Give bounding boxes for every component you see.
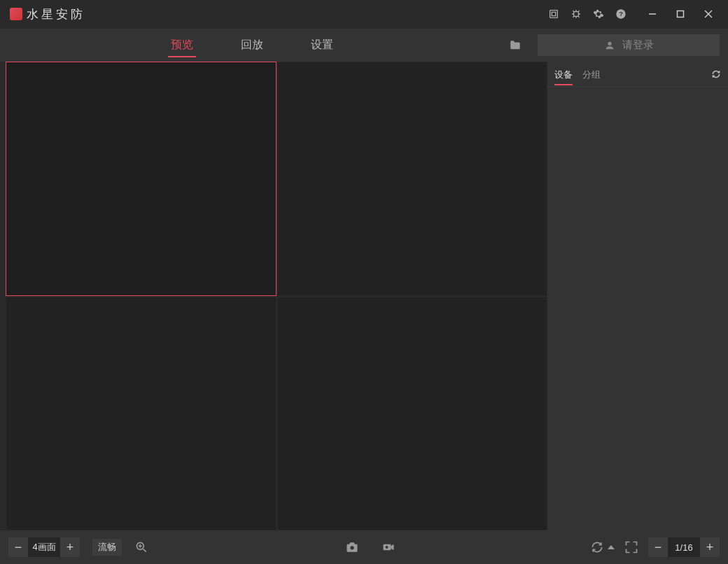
window-controls bbox=[638, 0, 722, 28]
video-cell-2[interactable] bbox=[277, 62, 548, 296]
svg-point-14 bbox=[386, 546, 388, 549]
device-list bbox=[547, 87, 728, 530]
fullscreen-icon[interactable] bbox=[622, 537, 641, 557]
svg-rect-1 bbox=[574, 12, 579, 17]
cycle-control[interactable] bbox=[589, 537, 615, 557]
center-tools bbox=[342, 537, 398, 557]
side-tabs: 设备 分组 bbox=[547, 62, 728, 87]
cpu-icon[interactable] bbox=[570, 8, 582, 20]
bottom-toolbar: − 4画面 + 流畅 − 1/16 + bbox=[0, 530, 728, 564]
quality-button[interactable]: 流畅 bbox=[92, 539, 122, 556]
titlebar: 水星安防 ? bbox=[0, 0, 728, 28]
tab-playback[interactable]: 回放 bbox=[217, 29, 287, 62]
layout-value: 4画面 bbox=[28, 537, 60, 557]
login-button[interactable]: 请登录 bbox=[538, 34, 720, 56]
svg-rect-0 bbox=[550, 10, 558, 18]
refresh-icon[interactable] bbox=[711, 69, 721, 85]
zoom-in-icon[interactable] bbox=[132, 537, 151, 557]
svg-point-12 bbox=[350, 546, 354, 549]
app-logo-icon bbox=[10, 8, 22, 20]
close-button[interactable] bbox=[694, 0, 722, 28]
user-icon bbox=[604, 40, 615, 51]
login-label: 请登录 bbox=[622, 38, 654, 52]
video-cell-4[interactable] bbox=[277, 297, 548, 531]
gear-icon[interactable] bbox=[592, 8, 605, 20]
record-icon[interactable] bbox=[379, 537, 398, 557]
cycle-icon bbox=[589, 537, 605, 557]
right-tools: − 1/16 + bbox=[589, 537, 720, 557]
header: 预览 回放 设置 请登录 bbox=[0, 28, 728, 62]
page-next-button[interactable]: + bbox=[700, 537, 720, 557]
titlebar-utility-icons: ? bbox=[547, 8, 627, 20]
main: 设备 分组 bbox=[0, 62, 728, 530]
layout-stepper: − 4画面 + bbox=[8, 537, 80, 557]
tab-preview[interactable]: 预览 bbox=[147, 29, 217, 62]
video-grid bbox=[6, 62, 547, 530]
layout-increase-button[interactable]: + bbox=[60, 537, 80, 557]
side-panel: 设备 分组 bbox=[547, 62, 728, 530]
svg-line-9 bbox=[144, 549, 146, 552]
page-stepper: − 1/16 + bbox=[648, 537, 720, 557]
snapshot-icon[interactable] bbox=[342, 537, 362, 557]
folder-icon[interactable] bbox=[501, 29, 529, 62]
video-cell-3[interactable] bbox=[6, 297, 276, 531]
app-title: 水星安防 bbox=[27, 6, 85, 22]
svg-rect-5 bbox=[678, 11, 684, 17]
side-tab-groups[interactable]: 分组 bbox=[582, 69, 601, 85]
screenshot-icon[interactable] bbox=[547, 8, 560, 20]
svg-text:?: ? bbox=[619, 10, 623, 17]
maximize-button[interactable] bbox=[666, 0, 694, 28]
layout-decrease-button[interactable]: − bbox=[8, 537, 28, 557]
app-logo: 水星安防 bbox=[10, 6, 85, 22]
main-tabs: 预览 回放 设置 bbox=[147, 29, 357, 62]
video-cell-1[interactable] bbox=[6, 62, 276, 296]
tab-settings[interactable]: 设置 bbox=[287, 29, 357, 62]
video-grid-area bbox=[0, 62, 547, 530]
help-icon[interactable]: ? bbox=[615, 8, 627, 20]
chevron-up-icon bbox=[608, 545, 615, 549]
page-prev-button[interactable]: − bbox=[648, 537, 668, 557]
minimize-button[interactable] bbox=[638, 0, 666, 28]
side-tab-devices[interactable]: 设备 bbox=[554, 69, 573, 85]
page-value: 1/16 bbox=[668, 537, 700, 557]
